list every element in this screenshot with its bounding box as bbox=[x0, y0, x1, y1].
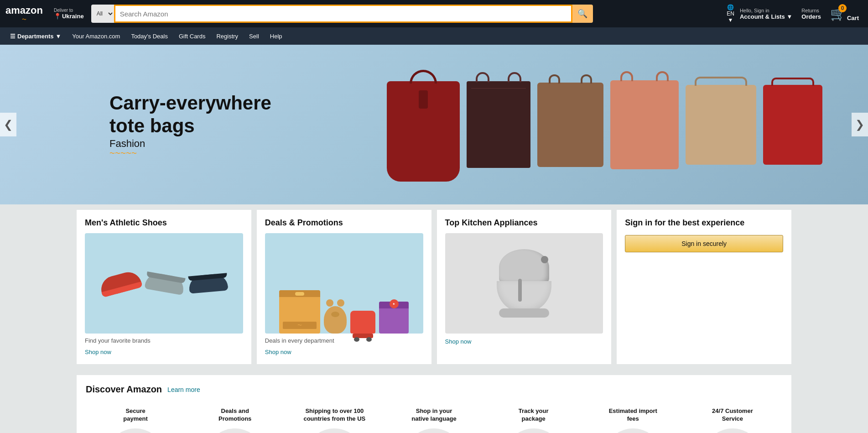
departments-menu[interactable]: ☰ Departments ▼ bbox=[5, 27, 66, 45]
account-greeting: Hello, Sign in bbox=[740, 8, 792, 13]
kitchen-image bbox=[445, 233, 603, 334]
discover-shipping[interactable]: Shipping to over 100 countries from the … bbox=[285, 402, 384, 433]
discover-fees-icon: 01234 bbox=[608, 428, 658, 433]
discover-deals[interactable]: Deals and Promotions 🏷 bbox=[185, 402, 285, 433]
hero-brand: Fashion 〜〜〜〜〜 bbox=[109, 138, 271, 157]
deals-desc: Deals in every department bbox=[265, 337, 423, 344]
discover-shipping-icon: 🌐 bbox=[309, 428, 359, 433]
discover-tracking-label: Track your package bbox=[519, 407, 549, 423]
kitchen-link[interactable]: Shop now bbox=[445, 338, 472, 345]
discover-service-icon: 🎧 bbox=[707, 428, 758, 433]
orders-label: Orders bbox=[801, 13, 821, 20]
mens-shoes-title: Men's Athletic Shoes bbox=[85, 218, 243, 228]
cart-count: 0 bbox=[838, 4, 847, 12]
learn-more-link[interactable]: Learn more bbox=[167, 386, 200, 393]
bag-tan bbox=[686, 85, 756, 165]
hero-brand-smile: 〜〜〜〜〜 bbox=[109, 150, 137, 157]
mens-shoes-desc: Find your favorite brands bbox=[85, 337, 243, 344]
account-arrow-icon: ▼ bbox=[786, 13, 792, 20]
chevron-down-icon: ▼ bbox=[728, 17, 733, 23]
nav-registry[interactable]: Registry bbox=[212, 27, 243, 45]
signin-card: Sign in for the best experience Sign in … bbox=[617, 210, 791, 364]
mens-shoes-link[interactable]: Shop now bbox=[85, 349, 111, 355]
discover-section: Discover Amazon Learn more Secure paymen… bbox=[77, 375, 791, 433]
nav-gift-cards[interactable]: Gift Cards bbox=[174, 27, 210, 45]
deliver-country: 📍 Ukraine bbox=[54, 13, 84, 20]
discover-secure-icon: 🛡 bbox=[110, 428, 161, 433]
bag-salmon bbox=[610, 80, 679, 169]
bag-crimson bbox=[763, 85, 822, 165]
kitchen-title: Top Kitchen Appliances bbox=[445, 218, 603, 228]
discover-language-icon: hello hola bbox=[409, 428, 459, 433]
discover-header: Discover Amazon Learn more bbox=[86, 384, 782, 395]
orders-link[interactable]: Returns Orders bbox=[798, 8, 825, 20]
signin-title: Sign in for the best experience bbox=[625, 218, 783, 228]
navbar: ☰ Departments ▼ Your Amazon.com Today's … bbox=[0, 27, 868, 45]
discover-deals-label: Deals and Promotions bbox=[218, 407, 251, 423]
header-right: 🌐 EN ▼ Hello, Sign in Account & Lists ▼ … bbox=[727, 4, 863, 23]
product-cards-row: Men's Athletic Shoes Find your favorite … bbox=[0, 204, 868, 370]
discover-tracking[interactable]: Track your package 📦 bbox=[484, 402, 583, 433]
hero-banner: ❮ Carry-everywheretote bags Fashion 〜〜〜〜… bbox=[0, 45, 868, 204]
discover-grid: Secure payment 🛡 Deals and Promotions 🏷 … bbox=[86, 402, 782, 433]
deals-link[interactable]: Shop now bbox=[265, 349, 291, 355]
discover-fees-label: Estimated import fees bbox=[609, 407, 657, 423]
signin-button[interactable]: Sign in securely bbox=[625, 235, 783, 252]
logo-text: amazon bbox=[5, 5, 43, 16]
chevron-down-icon: ▼ bbox=[55, 33, 61, 40]
location-pin-icon: 📍 bbox=[54, 13, 61, 20]
search-category-select[interactable]: All bbox=[91, 5, 114, 23]
discover-tracking-icon: 📦 bbox=[509, 428, 559, 433]
deliver-to[interactable]: Deliver to 📍 Ukraine bbox=[50, 8, 88, 20]
search-input[interactable] bbox=[114, 5, 572, 23]
account-menu[interactable]: Hello, Sign in Account & Lists ▼ bbox=[736, 8, 796, 20]
discover-service-label: 24/7 Customer Service bbox=[712, 407, 753, 423]
hero-next-button[interactable]: ❯ bbox=[852, 113, 868, 136]
language-selector[interactable]: 🌐 EN ▼ bbox=[727, 4, 734, 23]
mens-shoes-card: Men's Athletic Shoes Find your favorite … bbox=[77, 210, 251, 364]
globe-icon: 🌐 bbox=[727, 4, 734, 10]
discover-shipping-label: Shipping to over 100 countries from the … bbox=[303, 407, 365, 423]
hero-prev-button[interactable]: ❮ bbox=[0, 113, 16, 136]
hamburger-icon: ☰ bbox=[10, 33, 16, 40]
bag-brown bbox=[537, 83, 603, 167]
header: amazon 〜 Deliver to 📍 Ukraine All 🔍 🌐 EN… bbox=[0, 0, 868, 27]
search-button[interactable]: 🔍 bbox=[572, 5, 593, 23]
departments-label: Departments bbox=[17, 33, 53, 40]
search-bar: All 🔍 bbox=[91, 5, 593, 23]
orders-sublabel: Returns bbox=[801, 8, 821, 13]
bag-red bbox=[387, 81, 460, 182]
discover-secure-label: Secure payment bbox=[123, 407, 147, 423]
discover-language[interactable]: Shop in your native language hello hola bbox=[384, 402, 483, 433]
hero-brand-name: Fashion bbox=[109, 138, 145, 150]
cart-button[interactable]: 🛒 0 Cart bbox=[826, 6, 863, 21]
hero-bags-visual bbox=[387, 45, 822, 204]
discover-language-label: Shop in your native language bbox=[411, 407, 456, 423]
deliver-label: Deliver to bbox=[54, 8, 84, 13]
cart-label: Cart bbox=[847, 15, 859, 21]
nav-your-amazon[interactable]: Your Amazon.com bbox=[68, 27, 125, 45]
bag-dark bbox=[467, 81, 530, 168]
discover-secure-payment[interactable]: Secure payment 🛡 bbox=[86, 402, 185, 433]
discover-deals-icon: 🏷 bbox=[210, 428, 260, 433]
discover-import-fees[interactable]: Estimated import fees 01234 bbox=[583, 402, 683, 433]
discover-customer-service[interactable]: 24/7 Customer Service 🎧 bbox=[683, 402, 782, 433]
deals-image: 〜 ✦ bbox=[265, 233, 423, 334]
account-label: Account & Lists ▼ bbox=[740, 13, 792, 20]
discover-title: Discover Amazon bbox=[86, 384, 162, 395]
nav-help[interactable]: Help bbox=[265, 27, 287, 45]
nav-sell[interactable]: Sell bbox=[244, 27, 264, 45]
hero-title: Carry-everywheretote bags bbox=[109, 92, 271, 138]
deals-card: Deals & Promotions 〜 bbox=[257, 210, 431, 364]
amazon-logo[interactable]: amazon 〜 bbox=[5, 5, 43, 23]
mens-shoes-image bbox=[85, 233, 243, 334]
hero-content: Carry-everywheretote bags Fashion 〜〜〜〜〜 bbox=[109, 92, 271, 157]
kitchen-card: Top Kitchen Appliances Shop now bbox=[437, 210, 612, 364]
nav-todays-deals[interactable]: Today's Deals bbox=[126, 27, 172, 45]
search-icon: 🔍 bbox=[577, 9, 587, 19]
language-code: EN bbox=[727, 10, 734, 17]
logo-smile: 〜 bbox=[22, 16, 26, 23]
deals-title: Deals & Promotions bbox=[265, 218, 423, 228]
